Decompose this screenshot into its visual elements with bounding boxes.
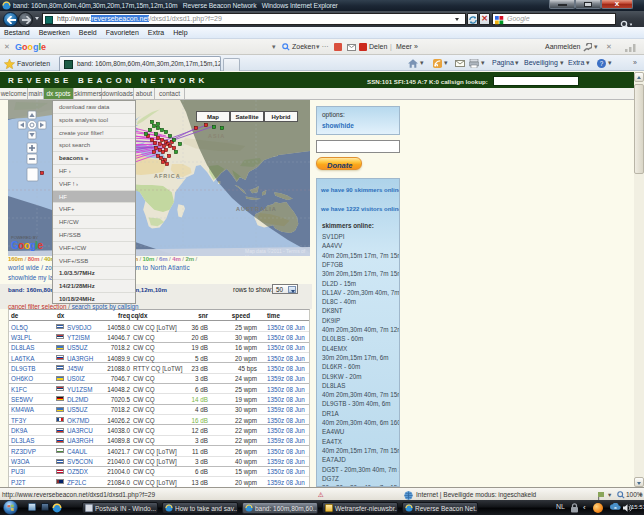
svg-text:?: ?: [600, 59, 604, 66]
svg-text:AUSTRALIA: AUSTRALIA: [236, 206, 277, 212]
svg-text:ASIA: ASIA: [208, 133, 225, 139]
svg-text:AFRICA: AFRICA: [154, 173, 181, 179]
